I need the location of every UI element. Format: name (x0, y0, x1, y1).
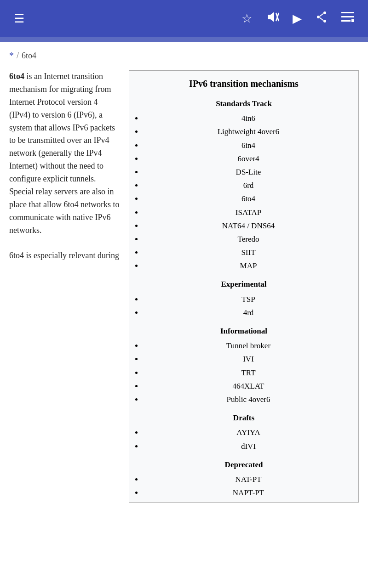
infobox-section-list: TSP4rd (129, 292, 358, 322)
infobox-section-list: Tunnel brokerIVITRT464XLATPublic 4over6 (129, 338, 358, 409)
svg-point-5 (323, 20, 326, 23)
infobox-title: IPv6 transition mechanisms (129, 71, 358, 95)
svg-rect-10 (341, 20, 351, 22)
infobox-section-list: 4in6Lightweight 4over66in46over4DS-Lite6… (129, 111, 358, 275)
infobox: IPv6 transition mechanisms Standards Tra… (129, 70, 359, 503)
list-item[interactable]: 6rd (143, 179, 354, 192)
list-item[interactable]: 6to4 (143, 192, 354, 205)
svg-rect-8 (341, 12, 354, 13)
star-icon[interactable]: ☆ (237, 7, 257, 30)
article-paragraph-1-text: is an Internet transition mechanism for … (9, 72, 119, 235)
breadcrumb-current-page[interactable]: 6to4 (22, 51, 36, 61)
article-paragraph-2: 6to4 is especially relevant during (9, 249, 120, 262)
infobox-section-header: Drafts (129, 409, 358, 425)
svg-rect-11 (351, 19, 354, 22)
svg-line-7 (320, 17, 323, 20)
main-content: 6to4 is an Internet transition mechanism… (0, 66, 368, 512)
list-item[interactable]: dIVI (143, 440, 354, 453)
mute-icon[interactable] (261, 6, 283, 30)
overflow-menu-icon[interactable] (337, 7, 359, 30)
list-item[interactable]: 4in6 (143, 112, 354, 125)
list-item[interactable]: ISATAP (143, 206, 354, 219)
breadcrumb: * / 6to4 (0, 42, 368, 66)
list-item[interactable]: DS-Lite (143, 165, 354, 179)
list-item[interactable]: NAT64 / DNS64 (143, 219, 354, 232)
list-item[interactable]: Tunnel broker (143, 339, 354, 352)
share-icon[interactable] (311, 6, 332, 31)
svg-line-6 (320, 13, 323, 16)
article-bold-term: 6to4 (9, 72, 24, 81)
list-item[interactable]: 464XLAT (143, 379, 354, 393)
infobox-section-list: AYIYAdIVI (129, 425, 358, 455)
svg-rect-9 (341, 16, 354, 17)
svg-point-4 (317, 16, 320, 18)
infobox-section-list: NAT-PTNAPT-PT (129, 472, 358, 502)
list-item[interactable]: AYIYA (143, 426, 354, 439)
list-item[interactable]: Public 4over6 (143, 393, 354, 406)
infobox-section-header: Informational (129, 322, 358, 338)
list-item[interactable]: 4rd (143, 306, 354, 319)
article-text: 6to4 is an Internet transition mechanism… (9, 70, 120, 262)
list-item[interactable]: Lightweight 4over6 (143, 125, 354, 138)
breadcrumb-star[interactable]: * (9, 51, 14, 61)
breadcrumb-separator: / (17, 51, 19, 61)
list-item[interactable]: TSP (143, 293, 354, 306)
navbar: ☰ ☆ ▶ (0, 0, 368, 37)
infobox-section-header: Deprecated (129, 456, 358, 472)
list-item[interactable]: SIIT (143, 246, 354, 259)
navbar-right-icons: ☆ ▶ (237, 6, 359, 31)
hamburger-icon[interactable]: ☰ (9, 7, 29, 30)
list-item[interactable]: NAPT-PT (143, 486, 354, 499)
list-item[interactable]: IVI (143, 352, 354, 366)
list-item[interactable]: MAP (143, 259, 354, 272)
list-item[interactable]: NAT-PT (143, 473, 354, 486)
svg-marker-0 (268, 12, 274, 22)
infobox-sections: Standards Track4in6Lightweight 4over66in… (129, 95, 358, 502)
infobox-section-header: Experimental (129, 275, 358, 291)
list-item[interactable]: TRT (143, 366, 354, 379)
play-icon[interactable]: ▶ (288, 7, 306, 30)
list-item[interactable]: 6over4 (143, 152, 354, 165)
infobox-section-header: Standards Track (129, 95, 358, 111)
subbar (0, 37, 368, 42)
svg-point-3 (323, 11, 326, 14)
list-item[interactable]: 6in4 (143, 139, 354, 152)
list-item[interactable]: Teredo (143, 232, 354, 246)
article-paragraph-1: 6to4 is an Internet transition mechanism… (9, 70, 120, 237)
